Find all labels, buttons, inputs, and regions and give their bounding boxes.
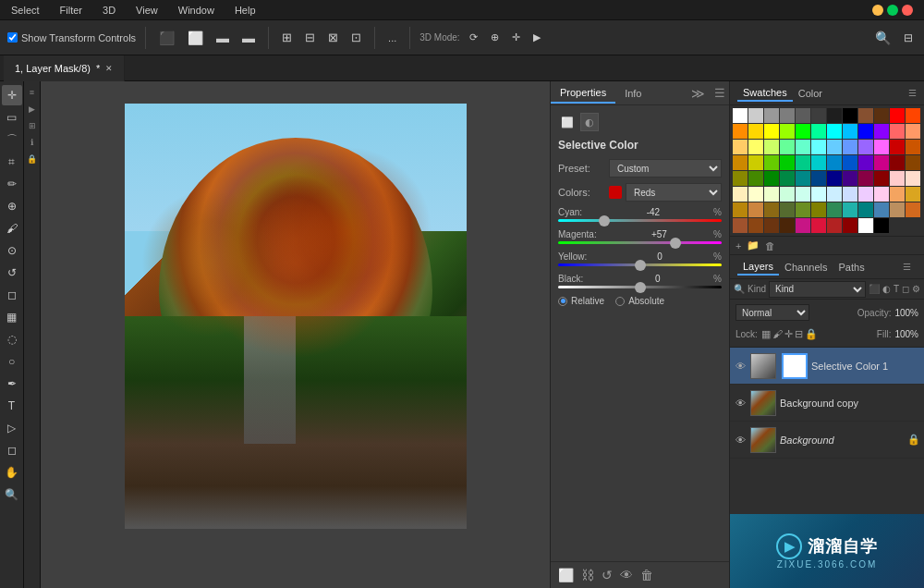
menu-help[interactable]: Help [231,3,260,18]
swatch-cell[interactable] [764,140,779,154]
type-tool[interactable]: T [2,396,22,416]
swatch-cell[interactable] [764,124,779,139]
side-icon-4[interactable]: ℹ [25,135,40,150]
yellow-track[interactable] [558,263,722,266]
swatch-cell[interactable] [811,140,826,154]
magenta-track[interactable] [558,241,722,244]
swatch-cell[interactable] [890,124,905,139]
swatch-cell[interactable] [827,202,842,217]
menu-3d[interactable]: 3D [99,3,119,18]
layer-row-bg-copy[interactable]: 👁 Background copy [730,385,924,422]
swatch-cell[interactable] [906,140,920,154]
filter-smart-icon[interactable]: ⚙ [912,284,920,294]
clone-tool[interactable]: ⊙ [2,240,22,261]
swatch-cell[interactable] [906,202,920,217]
swatch-cell[interactable] [796,108,810,123]
blend-mode-select[interactable]: Normal [736,304,809,321]
swatch-cell[interactable] [733,140,748,154]
swatch-cell[interactable] [748,218,763,233]
swatch-cell[interactable] [843,140,857,154]
swatch-cell[interactable] [748,140,763,154]
zoom-tool[interactable]: 🔍 [2,484,22,505]
swatch-cell[interactable] [858,218,873,233]
swatch-cell[interactable] [827,108,842,123]
swatch-cell[interactable] [811,108,826,123]
swatch-cell[interactable] [796,218,810,233]
workspace-btn[interactable]: ⊟ [900,30,917,46]
black-track[interactable] [558,286,722,288]
swatch-cell[interactable] [843,218,857,233]
swatch-cell[interactable] [796,171,810,186]
layer-row-background[interactable]: 👁 Background 🔒 [730,422,924,459]
tab-info[interactable]: Info [615,84,650,103]
colors-select[interactable]: Reds [626,183,722,202]
swatch-cell[interactable] [827,171,842,186]
eyedropper-tool[interactable]: ✏ [2,174,22,194]
swatch-cell[interactable] [906,187,920,202]
swatch-cell[interactable] [764,218,779,233]
swatch-cell[interactable] [733,202,748,217]
swatch-cell[interactable] [748,124,763,139]
swatch-cell[interactable] [906,171,920,186]
swatch-cell[interactable] [843,108,857,123]
hand-tool[interactable]: ✋ [2,462,22,483]
kind-select[interactable]: Kind [769,281,866,298]
preset-select[interactable]: Custom [609,159,722,178]
blur-tool[interactable]: ◌ [2,329,22,349]
swatch-cell[interactable] [858,108,873,123]
swatch-cell[interactable] [780,187,795,202]
3d-pan-btn[interactable]: ✛ [508,30,524,45]
align-left-btn[interactable]: ⬛ [155,29,178,47]
side-icon-3[interactable]: ⊞ [25,118,40,133]
layer-vis-background[interactable]: 👁 [734,434,747,447]
swatch-cell[interactable] [748,202,763,217]
cyan-track[interactable] [558,219,722,222]
tab-close-btn[interactable]: ✕ [105,64,113,73]
swatch-cell[interactable] [827,155,842,170]
crop-tool[interactable]: ⌗ [2,152,22,172]
swatch-cell[interactable] [796,124,810,139]
history-tool[interactable]: ↺ [2,263,22,283]
swatch-cell[interactable] [780,171,795,186]
swatch-cell[interactable] [796,140,810,154]
pen-tool[interactable]: ✒ [2,374,22,394]
distribute2-btn[interactable]: ⊟ [301,29,319,46]
swatch-delete-icon[interactable]: 🗑 [765,240,775,251]
swatch-cell[interactable] [780,124,795,139]
swatch-cell[interactable] [858,124,873,139]
swatch-cell[interactable] [780,218,795,233]
distribute3-btn[interactable]: ⊠ [324,29,342,46]
swatch-cell[interactable] [827,124,842,139]
black-thumb[interactable] [635,282,646,293]
shape-tool[interactable]: ◻ [2,440,22,460]
swatch-create-icon[interactable]: + [736,240,741,251]
swatch-cell[interactable] [874,124,889,139]
lock-artboard-icon[interactable]: ⊟ [795,328,803,340]
swatch-cell[interactable] [780,155,795,170]
swatch-cell[interactable] [811,218,826,233]
brush-tool[interactable]: 🖌 [2,218,22,239]
swatches-tab[interactable]: Swatches [737,85,793,102]
lock-all-icon[interactable]: 🔒 [805,328,818,340]
swatch-cell[interactable] [843,187,857,202]
menu-filter[interactable]: Filter [56,3,86,18]
close-btn[interactable] [902,5,913,16]
swatch-cell[interactable] [733,218,748,233]
swatch-cell[interactable] [890,155,905,170]
swatch-cell[interactable] [748,108,763,123]
swatch-cell[interactable] [764,187,779,202]
reset-icon[interactable]: ↺ [602,568,613,582]
swatch-cell[interactable] [796,202,810,217]
swatch-cell[interactable] [858,202,873,217]
swatch-cell[interactable] [906,124,920,139]
swatch-cell[interactable] [890,171,905,186]
swatch-cell[interactable] [906,108,920,123]
select-tool[interactable]: ▭ [2,107,22,128]
swatches-menu-btn[interactable]: ☰ [908,88,917,98]
swatch-cell[interactable] [890,140,905,154]
filter-pixel-icon[interactable]: ⬛ [869,284,880,294]
move-tool[interactable]: ✛ [2,85,22,105]
layer-vis-bg-copy[interactable]: 👁 [734,397,747,410]
swatch-cell[interactable] [827,187,842,202]
align-right-btn[interactable]: ▬ [213,29,233,47]
